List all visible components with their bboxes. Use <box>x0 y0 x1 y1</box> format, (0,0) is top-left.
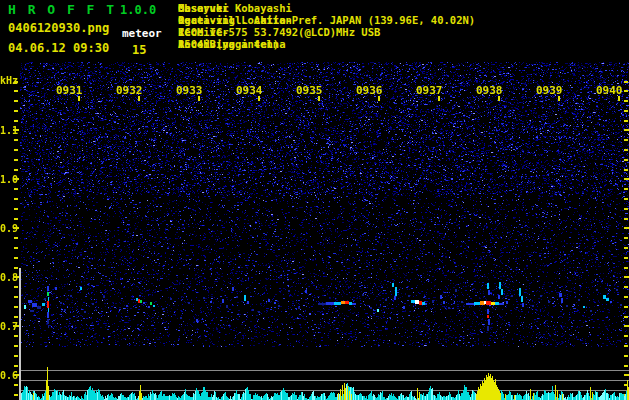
info-value: Ogata-vill. Akita-Pref. JAPAN (139.96E, … <box>178 14 475 26</box>
info-value: Masayuki Kobayashi <box>178 2 292 14</box>
datetime: 04.06.12 09:30 <box>8 41 109 55</box>
info-value: A504HB(yagi 4el) <box>178 38 279 50</box>
mode-label: meteor <box>122 27 162 40</box>
spectrogram-canvas <box>0 60 629 400</box>
info-value: ICOM IC-575 53.7492(@LCD)MHz USB <box>178 26 380 38</box>
hrofft-window: H R O F F T 1.0.0 0406120930.png meteor … <box>0 0 629 400</box>
meteor-count: 15 <box>132 43 146 57</box>
app-title: H R O F F T <box>8 2 116 17</box>
filename: 0406120930.png <box>8 21 109 35</box>
app-version: 1.0.0 <box>120 3 156 17</box>
